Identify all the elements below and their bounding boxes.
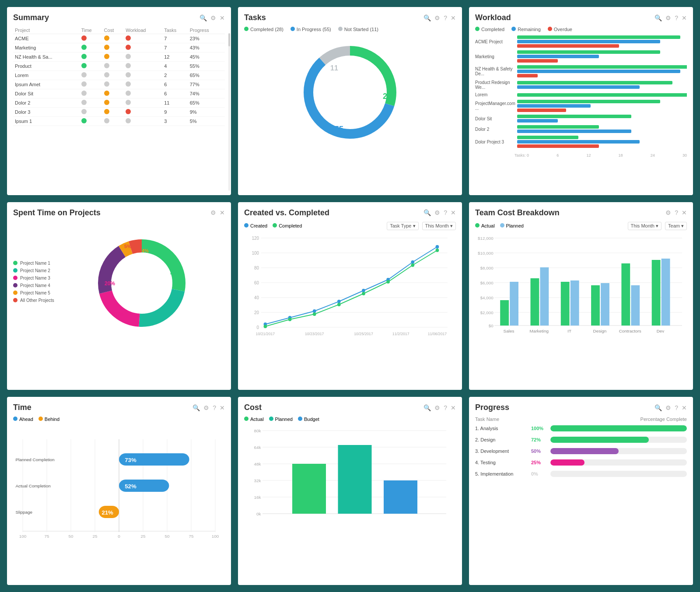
cost-legend-planned: Planned (269, 417, 293, 422)
cvc-question-icon[interactable]: ? (444, 209, 447, 216)
spent-close-icon[interactable]: ✕ (220, 209, 225, 216)
workload-row: ProjectManager.com ... (475, 100, 687, 112)
wl-bar-completed (517, 125, 599, 129)
summary-row: NZ Health & Sa... 12 45% (13, 53, 225, 62)
summary-cell-workload (124, 89, 162, 98)
tcb-widget: Team Cost Breakdown ⚙ ? ✕ Actual Planned… (469, 202, 693, 390)
spent-legend-label: Project Name 3 (20, 276, 50, 280)
time-question-icon[interactable]: ? (213, 404, 216, 411)
spent-legend-item: All Other Projects (13, 298, 54, 303)
time-close-icon[interactable]: ✕ (220, 404, 225, 411)
summary-close-icon[interactable]: ✕ (220, 14, 225, 21)
svg-text:Slippage: Slippage (16, 510, 33, 515)
summary-cell-tasks: 7 (162, 43, 188, 53)
summary-search-icon[interactable]: 🔍 (200, 14, 207, 21)
tcb-legend-planned: Planned (500, 223, 524, 228)
workload-search-icon[interactable]: 🔍 (654, 14, 662, 21)
progress-bar-fill (550, 425, 687, 431)
tcb-question-icon[interactable]: ? (675, 209, 678, 216)
tcb-settings-icon[interactable]: ⚙ (665, 209, 671, 216)
cost-title: Cost (244, 403, 262, 412)
spent-legend-label: Project Name 5 (20, 291, 50, 295)
summary-cell-workload (124, 98, 162, 108)
svg-point-31 (264, 325, 267, 328)
tcb-bar-contr-actual (621, 263, 630, 326)
spent-pct-5: 4% (142, 248, 149, 253)
summary-cell-workload (124, 34, 162, 43)
cvc-search-icon[interactable]: 🔍 (424, 209, 431, 216)
tasks-search-icon[interactable]: 🔍 (424, 14, 431, 21)
cost-close-icon[interactable]: ✕ (451, 404, 456, 411)
summary-cell-time (80, 80, 102, 89)
workload-question-icon[interactable]: ? (675, 14, 678, 21)
summary-cell-cost (102, 117, 124, 126)
progress-item: 5. Implementation 0% (475, 471, 687, 477)
cost-icons: 🔍 ⚙ ? ✕ (424, 404, 456, 411)
progress-settings-icon[interactable]: ⚙ (665, 404, 671, 411)
summary-cell-time (80, 89, 102, 98)
summary-widget: Summary 🔍 ⚙ ✕ Project Time Cost Workload… (7, 7, 231, 195)
summary-settings-icon[interactable]: ⚙ (210, 14, 216, 21)
tasks-settings-icon[interactable]: ⚙ (434, 14, 440, 21)
summary-row: Product 4 55% (13, 62, 225, 71)
cost-question-icon[interactable]: ? (444, 404, 447, 411)
spent-settings-icon[interactable]: ⚙ (210, 209, 216, 216)
cost-bar-planned (338, 445, 372, 514)
cvc-title: Created vs. Completed (244, 208, 329, 217)
summary-cell-progress: 9% (188, 108, 225, 117)
svg-point-35 (362, 292, 365, 295)
spent-legend: Project Name 1Project Name 2Project Name… (13, 261, 54, 305)
time-search-icon[interactable]: 🔍 (192, 404, 200, 411)
workload-close-icon[interactable]: ✕ (682, 14, 687, 21)
tasks-legend-completed: Completed (28) (244, 27, 284, 32)
cost-settings-icon[interactable]: ⚙ (434, 404, 440, 411)
progress-item: 2. Design 72% (475, 437, 687, 443)
progress-close-icon[interactable]: ✕ (682, 404, 687, 411)
svg-text:20: 20 (254, 310, 259, 315)
svg-text:50: 50 (68, 534, 73, 539)
progress-item-name: 5. Implementation (475, 471, 528, 476)
cvc-close-icon[interactable]: ✕ (451, 209, 456, 216)
tcb-legend: Actual Planned (475, 223, 524, 228)
svg-point-37 (411, 263, 414, 267)
time-title: Time (13, 403, 32, 412)
wl-bar-overdue (517, 109, 566, 112)
progress-widget: Progress 🔍 ⚙ ? ✕ Task Name Percentage Co… (469, 397, 693, 585)
tcb-bar-dev-actual (652, 260, 661, 326)
summary-cell-tasks: 12 (162, 53, 188, 62)
tcb-team-dropdown[interactable]: Team ▾ (665, 222, 687, 230)
tcb-header: Team Cost Breakdown ⚙ ? ✕ (475, 208, 687, 217)
wl-bar-overdue (517, 74, 538, 77)
time-settings-icon[interactable]: ⚙ (203, 404, 209, 411)
tasks-donut-container: 11 28 55 (244, 35, 456, 149)
time-pct-planned: 73% (125, 458, 136, 463)
tcb-thismonth-dropdown[interactable]: This Month ▾ (628, 222, 662, 230)
tcb-bar-it-actual (561, 282, 570, 326)
summary-cell-project: NZ Health & Sa... (13, 53, 80, 62)
summary-scrollbar[interactable] (228, 33, 230, 191)
summary-cell-progress: 65% (188, 71, 225, 80)
tcb-title: Team Cost Breakdown (475, 208, 560, 217)
tasks-close-icon[interactable]: ✕ (451, 14, 456, 21)
progress-item-pct: 72% (531, 437, 547, 442)
svg-text:11/2/2017: 11/2/2017 (392, 332, 410, 336)
wl-name: NZ Health & Safety De... (475, 67, 514, 76)
wl-bars (517, 93, 687, 97)
workload-header: Workload 🔍 ⚙ ? ✕ (475, 13, 687, 22)
tasks-question-icon[interactable]: ? (444, 14, 447, 21)
svg-text:60: 60 (254, 280, 259, 285)
progress-question-icon[interactable]: ? (675, 404, 678, 411)
cvc-thismonth-dropdown[interactable]: This Month ▾ (422, 222, 456, 230)
progress-search-icon[interactable]: 🔍 (654, 404, 662, 411)
workload-settings-icon[interactable]: ⚙ (665, 14, 671, 21)
cvc-legend-completed: Completed (273, 223, 302, 228)
cost-search-icon[interactable]: 🔍 (424, 404, 431, 411)
tcb-close-icon[interactable]: ✕ (682, 209, 687, 216)
cvc-tasktype-dropdown[interactable]: Task Type ▾ (387, 222, 418, 230)
summary-cell-cost (102, 34, 124, 43)
svg-text:Sales: Sales (504, 329, 514, 333)
cvc-settings-icon[interactable]: ⚙ (434, 209, 440, 216)
svg-text:10/21/2017: 10/21/2017 (256, 332, 275, 336)
progress-items: 1. Analysis 100% 2. Design 72% 3. Develo… (475, 425, 687, 477)
svg-text:Actual Completion: Actual Completion (16, 484, 51, 488)
